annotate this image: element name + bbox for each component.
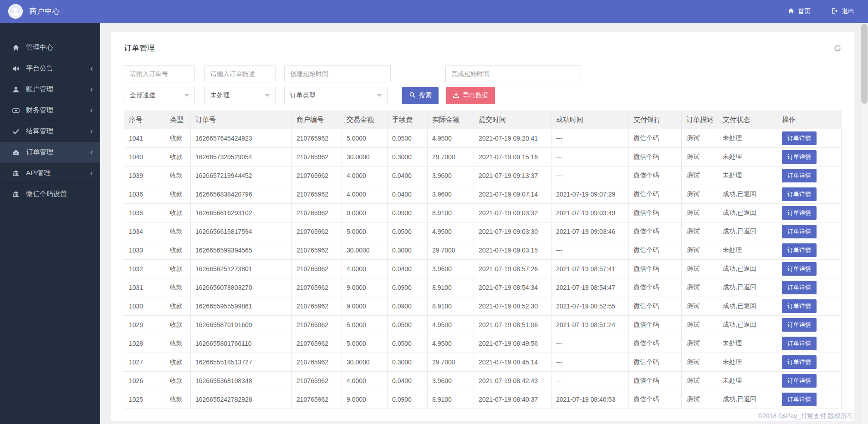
order-detail-button[interactable]: 订单详情	[782, 281, 817, 294]
cell-type: 收款	[165, 185, 191, 204]
brand: 商户中心	[0, 4, 60, 19]
table-row: 1034 收款 1626656615817594 210765962 5.000…	[124, 222, 842, 241]
channel-select[interactable]: 全部通道	[124, 87, 195, 104]
order-detail-button[interactable]: 订单详情	[782, 206, 817, 220]
sidebar-item-admin-center[interactable]: 管理中心	[0, 37, 100, 58]
cell-type: 收款	[165, 148, 191, 167]
cell-order-desc: 测试	[682, 148, 718, 167]
export-icon	[453, 91, 460, 100]
sidebar-item-api-management[interactable]: API管理 ‹	[0, 163, 100, 184]
sidebar-item-finance-management[interactable]: 财务管理 ‹	[0, 100, 100, 121]
order-detail-button[interactable]: 订单详情	[782, 225, 817, 238]
cell-success-time: 2021-07-19 08:51:24	[551, 316, 629, 334]
cell-submit-time: 2021-07-19 09:15:16	[474, 148, 551, 167]
cell-amount: 5.0000	[342, 334, 388, 353]
cell-actual-amount: 29.7000	[428, 148, 474, 167]
cell-submit-time: 2021-07-19 08:42:43	[474, 372, 551, 390]
cell-pay-status: 成功,已返回	[718, 278, 777, 297]
order-detail-button[interactable]: 订单详情	[782, 355, 817, 369]
cell-amount: 30.0000	[342, 353, 388, 372]
cell-success-time: 2021-07-19 09:07:29	[551, 185, 629, 204]
order-detail-button[interactable]: 订单详情	[782, 243, 817, 257]
cell-order-no: 1626656251273801	[191, 260, 292, 278]
cell-actual-amount: 8.9100	[428, 297, 474, 316]
cell-seq: 1040	[124, 148, 165, 167]
chevron-left-icon: ‹	[90, 127, 93, 135]
column-header: 商户编号	[292, 111, 342, 129]
order-detail-button[interactable]: 订单详情	[782, 318, 817, 332]
table-row: 1040 收款 1626657320529054 210765962 30.00…	[124, 148, 842, 167]
refresh-icon[interactable]	[833, 44, 842, 52]
cell-order-desc: 测试	[682, 297, 718, 316]
sidebar-item-label: 财务管理	[26, 106, 100, 115]
user-avatar-icon	[8, 4, 23, 19]
cell-pay-status: 成功,已返回	[718, 297, 777, 316]
order-detail-button[interactable]: 订单详情	[782, 131, 817, 145]
cell-amount: 5.0000	[342, 316, 388, 334]
cell-order-desc: 测试	[682, 278, 718, 297]
cell-type: 收款	[165, 372, 191, 390]
sidebar-item-label: 账户管理	[26, 85, 100, 94]
scrollbar-thumb[interactable]	[861, 24, 868, 104]
order-detail-button[interactable]: 订单详情	[782, 299, 817, 313]
cell-actual-amount: 3.9600	[428, 372, 474, 390]
create-time-input[interactable]	[284, 65, 391, 82]
cell-merchant-no: 210765962	[292, 372, 342, 390]
sidebar-item-settlement-management[interactable]: 结算管理 ‹	[0, 121, 100, 142]
cell-merchant-no: 210765962	[292, 148, 342, 167]
nav-logout-link[interactable]: 退出	[832, 7, 854, 15]
search-button[interactable]: 搜索	[402, 87, 439, 104]
order-detail-button[interactable]: 订单详情	[782, 150, 817, 164]
search-icon	[409, 91, 416, 100]
order-no-input[interactable]	[124, 65, 195, 82]
cell-order-desc: 测试	[682, 390, 718, 409]
cell-pay-status: 成功,已返回	[718, 185, 777, 204]
export-data-button[interactable]: 导出数据	[446, 87, 495, 104]
cell-type: 收款	[165, 334, 191, 353]
logout-icon	[832, 8, 838, 15]
sidebar: 管理中心 平台公告 ‹ 账户管理 ‹ 财务管理 ‹ 结算管理 ‹ 订单管理 ‹	[0, 23, 100, 424]
chevron-left-icon: ‹	[90, 64, 93, 72]
sidebar-item-platform-notice[interactable]: 平台公告 ‹	[0, 58, 100, 79]
order-type-select[interactable]: 订单类型	[284, 87, 388, 104]
scrollbar-track[interactable]	[861, 23, 868, 424]
finish-time-input[interactable]	[445, 65, 581, 82]
cell-success-time: 2021-07-19 08:57:41	[551, 260, 629, 278]
cell-action: 订单详情	[777, 222, 842, 241]
sidebar-item-wechat-qr-settings[interactable]: 微信个码设置	[0, 184, 100, 205]
nav-logout-label: 退出	[842, 7, 854, 15]
order-detail-button[interactable]: 订单详情	[782, 262, 817, 276]
order-desc-input[interactable]	[204, 65, 276, 82]
home-icon	[788, 8, 794, 15]
cell-seq: 1039	[124, 167, 165, 185]
cell-pay-bank: 微信个码	[629, 241, 682, 260]
table-row: 1033 收款 1626656599394565 210765962 30.00…	[124, 241, 842, 260]
cell-fee: 0.0400	[388, 260, 428, 278]
cell-merchant-no: 210765962	[292, 334, 342, 353]
order-detail-button[interactable]: 订单详情	[782, 374, 817, 388]
top-nav: 首页 退出	[788, 7, 868, 15]
sidebar-item-order-management[interactable]: 订单管理 ‹	[0, 142, 100, 163]
cell-seq: 1032	[124, 260, 165, 278]
cell-success-time: 2021-07-19 08:40:53	[551, 390, 629, 409]
order-detail-button[interactable]: 订单详情	[782, 393, 817, 406]
cell-pay-bank: 微信个码	[629, 129, 682, 148]
bank-icon	[12, 190, 20, 198]
search-button-label: 搜索	[419, 91, 432, 100]
cell-merchant-no: 210765962	[292, 167, 342, 185]
status-select[interactable]: 未处理	[204, 87, 276, 104]
cell-submit-time: 2021-07-19 08:57:26	[474, 260, 551, 278]
order-detail-button[interactable]: 订单详情	[782, 187, 817, 201]
home-icon	[12, 44, 20, 51]
cell-fee: 0.3000	[388, 353, 428, 372]
cell-merchant-no: 210765962	[292, 129, 342, 148]
nav-home-link[interactable]: 首页	[788, 7, 811, 15]
sidebar-item-account-management[interactable]: 账户管理 ‹	[0, 79, 100, 100]
order-detail-button[interactable]: 订单详情	[782, 337, 817, 350]
cell-action: 订单详情	[777, 204, 842, 222]
cell-seq: 1027	[124, 353, 165, 372]
cell-merchant-no: 210765962	[292, 222, 342, 241]
cell-pay-bank: 微信个码	[629, 316, 682, 334]
chevron-left-icon: ‹	[90, 85, 93, 93]
order-detail-button[interactable]: 订单详情	[782, 169, 817, 182]
